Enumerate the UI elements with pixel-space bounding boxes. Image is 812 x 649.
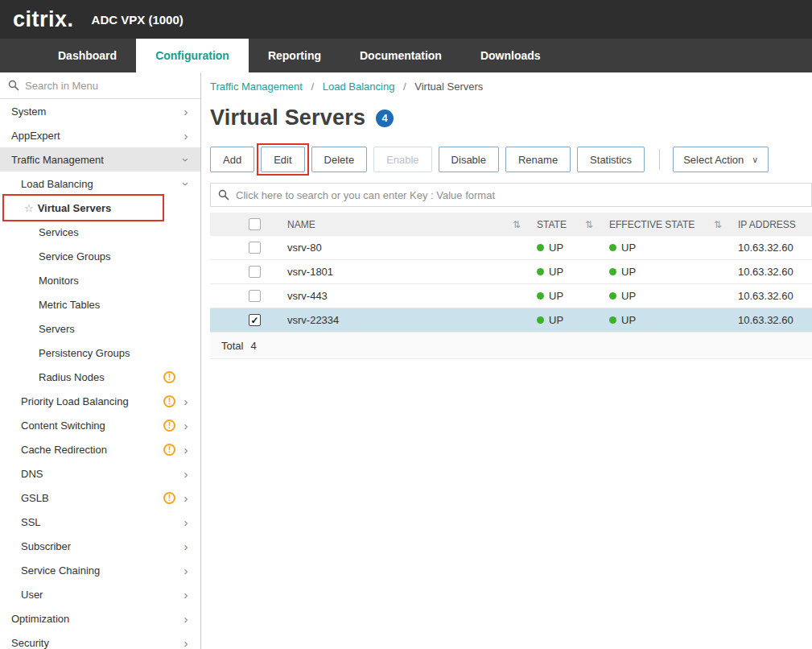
- sidebar-item-dns[interactable]: DNS›: [0, 461, 200, 486]
- status-text: UP: [549, 242, 563, 254]
- column-label: IP ADDRESS: [738, 219, 796, 230]
- sidebar-item-load-balancing[interactable]: Load Balancing›: [0, 172, 200, 196]
- sidebar-item-security[interactable]: Security›: [0, 630, 200, 649]
- toolbar-buttons: AddEditDeleteEnableDisableRenameStatisti…: [210, 147, 651, 172]
- title-row: Virtual Servers 4: [210, 105, 812, 130]
- sidebar-item-label: Radius Nodes: [39, 371, 105, 383]
- breadcrumb-current: Virtual Servers: [414, 81, 483, 93]
- table-search-input[interactable]: [236, 189, 804, 201]
- sidebar-item-virtual-servers[interactable]: ☆Virtual Servers: [0, 196, 200, 220]
- chevron-right-icon: ›: [181, 492, 191, 504]
- status-text: UP: [549, 314, 563, 326]
- table-row-vsrv-22334[interactable]: vsrv-22334UPUP10.63.32.60: [210, 308, 812, 333]
- sidebar-item-monitors[interactable]: Monitors: [0, 268, 200, 292]
- sidebar-item-label: Services: [39, 226, 79, 238]
- sidebar: System›AppExpert›Traffic Management›Load…: [0, 72, 201, 649]
- tab-downloads[interactable]: Downloads: [461, 39, 560, 72]
- sidebar-item-services[interactable]: Services: [0, 220, 200, 244]
- row-checkbox[interactable]: [249, 314, 261, 326]
- chevron-right-icon: ›: [181, 589, 191, 601]
- column-header-effective-state[interactable]: EFFECTIVE STATE ⇅: [603, 219, 732, 230]
- sidebar-item-service-chaining[interactable]: Service Chaining›: [0, 558, 200, 582]
- table-search-bar[interactable]: [210, 183, 812, 207]
- status-up-icon: [537, 244, 544, 251]
- sidebar-item-cache-redirection[interactable]: Cache Redirection!›: [0, 437, 200, 461]
- disable-button[interactable]: Disable: [439, 147, 499, 172]
- sidebar-item-radius-nodes[interactable]: Radius Nodes!›: [0, 365, 200, 389]
- rename-button[interactable]: Rename: [505, 147, 571, 172]
- row-checkbox[interactable]: [249, 266, 261, 278]
- status-text: UP: [621, 290, 636, 302]
- statistics-button[interactable]: Statistics: [577, 147, 645, 172]
- status-text: UP: [621, 242, 636, 254]
- sidebar-item-label: Priority Load Balancing: [21, 395, 129, 407]
- sidebar-item-gslb[interactable]: GSLB!›: [0, 486, 200, 510]
- nav-bar: DashboardConfigurationReportingDocumenta…: [0, 39, 812, 72]
- breadcrumb-link-traffic-management[interactable]: Traffic Management: [210, 81, 303, 93]
- breadcrumb-link-load-balancing[interactable]: Load Balancing: [323, 81, 395, 93]
- tab-reporting[interactable]: Reporting: [249, 39, 340, 72]
- sidebar-item-system[interactable]: System›: [0, 99, 200, 123]
- tab-label: Downloads: [480, 49, 541, 62]
- tab-documentation[interactable]: Documentation: [340, 39, 461, 72]
- cell-state: UP: [530, 290, 603, 302]
- chevron-right-icon: ›: [181, 564, 191, 577]
- sort-icon[interactable]: ⇅: [714, 219, 722, 230]
- cell-name: vsrv-22334: [281, 314, 530, 326]
- toolbar: AddEditDeleteEnableDisableRenameStatisti…: [210, 147, 812, 172]
- sidebar-item-label: Traffic Management: [11, 154, 104, 166]
- tab-label: Dashboard: [58, 49, 117, 62]
- sidebar-item-subscriber[interactable]: Subscriber›: [0, 534, 200, 558]
- sidebar-item-label: Monitors: [39, 275, 79, 287]
- sidebar-item-metric-tables[interactable]: Metric Tables: [0, 292, 200, 316]
- edit-button[interactable]: Edit: [261, 147, 304, 172]
- sidebar-search[interactable]: [0, 72, 200, 99]
- row-checkbox[interactable]: [249, 290, 261, 302]
- column-header-name[interactable]: NAME ⇅: [281, 219, 530, 230]
- tab-dashboard[interactable]: Dashboard: [39, 39, 136, 72]
- sidebar-item-appexpert[interactable]: AppExpert›: [0, 123, 200, 147]
- table-row-vsrv-443[interactable]: vsrv-443UPUP10.63.32.60: [210, 284, 812, 308]
- select-action-dropdown[interactable]: Select Action ∨: [673, 147, 769, 172]
- star-icon: ☆: [24, 202, 34, 214]
- table-row-vsrv-80[interactable]: vsrv-80UPUP10.63.32.60: [210, 236, 812, 260]
- chevron-right-icon: ›: [181, 395, 191, 407]
- sort-icon[interactable]: ⇅: [513, 219, 521, 230]
- sidebar-item-label: AppExpert: [11, 130, 60, 142]
- cell-ip-address: 10.63.32.60: [732, 266, 812, 278]
- search-icon: [218, 189, 229, 200]
- select-action-label: Select Action: [683, 154, 744, 166]
- warning-icon: !: [163, 371, 175, 383]
- warning-icon: !: [163, 420, 175, 432]
- select-all-checkbox[interactable]: [249, 218, 261, 230]
- sidebar-item-service-groups[interactable]: Service Groups: [0, 244, 200, 268]
- delete-button[interactable]: Delete: [311, 147, 368, 172]
- add-button[interactable]: Add: [210, 147, 254, 172]
- sidebar-item-optimization[interactable]: Optimization›: [0, 606, 200, 630]
- sort-icon[interactable]: ⇅: [585, 219, 593, 230]
- column-header-state[interactable]: STATE ⇅: [530, 219, 603, 230]
- column-label: EFFECTIVE STATE: [609, 219, 695, 230]
- sidebar-item-label: SSL: [21, 516, 41, 528]
- chevron-right-icon: ›: [181, 540, 191, 552]
- tab-configuration[interactable]: Configuration: [136, 39, 249, 72]
- sidebar-item-ssl[interactable]: SSL›: [0, 510, 200, 534]
- cell-state: UP: [530, 242, 603, 254]
- row-checkbox[interactable]: [249, 242, 261, 254]
- sidebar-item-content-switching[interactable]: Content Switching!›: [0, 413, 200, 437]
- sidebar-item-priority-load-balancing[interactable]: Priority Load Balancing!›: [0, 389, 200, 413]
- virtual-servers-table: NAME ⇅ STATE ⇅ EFFECTIVE STATE ⇅ IP ADDR…: [210, 213, 812, 359]
- page-title: Virtual Servers: [210, 105, 365, 130]
- sidebar-item-label: Content Switching: [21, 420, 105, 432]
- sidebar-item-label: Servers: [39, 323, 75, 335]
- cell-effective-state: UP: [603, 314, 732, 326]
- menu-search-input[interactable]: [25, 80, 192, 92]
- sidebar-item-traffic-management[interactable]: Traffic Management›: [0, 147, 200, 172]
- sidebar-item-user[interactable]: User›: [0, 582, 200, 606]
- chevron-right-icon: ›: [181, 130, 191, 142]
- cell-ip-address: 10.63.32.60: [732, 242, 812, 254]
- table-row-vsrv-1801[interactable]: vsrv-1801UPUP10.63.32.60: [210, 260, 812, 284]
- sidebar-item-persistency-groups[interactable]: Persistency Groups: [0, 341, 200, 365]
- column-header-ip-address[interactable]: IP ADDRESS: [732, 219, 812, 230]
- sidebar-item-servers[interactable]: Servers: [0, 316, 200, 341]
